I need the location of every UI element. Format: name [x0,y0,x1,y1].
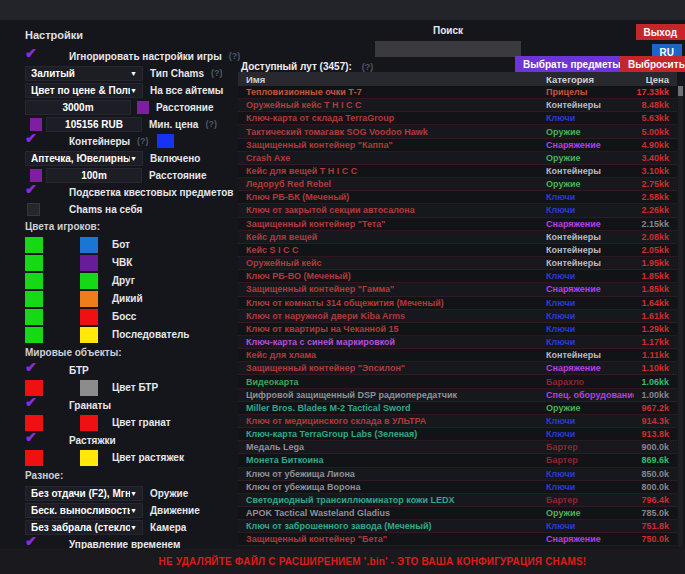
quest-highlight-checkbox[interactable]: ✔ [25,185,43,200]
column-header-category[interactable]: Категория [546,74,634,85]
loot-table-row[interactable]: Ключ от заброшенного завода (Меченый) Кл… [238,520,677,533]
column-header-name[interactable]: Имя [238,74,546,85]
help-hint[interactable]: (?) [137,136,149,146]
scrollbar-thumb[interactable] [678,86,683,96]
loot-table-row[interactable]: Ключ от убежища Лиона Ключи 850.0k [238,468,677,481]
btr-color-swatch-2[interactable] [80,380,98,396]
loot-table-row[interactable]: Ледоруб Red Rebel Оружие 2.75kk [238,178,677,191]
chams-color-swatch[interactable] [80,237,98,253]
chams-type-label: Тип Chams [150,68,204,79]
loot-table-row[interactable]: Оружейный кейс Контейнеры 1.95kk [238,257,677,270]
loot-table-row[interactable]: Тепловизионные очки Т-7 Прицелы 17.33kk [238,86,677,99]
help-hint[interactable]: (?) [362,62,374,72]
help-hint[interactable]: (?) [211,68,223,78]
loot-table-row[interactable]: Ключ-карта с синей маркировкой Ключи 1.1… [238,336,677,349]
loot-table-row[interactable]: Защищенный контейнер "Гамма" Снаряжение … [238,283,677,296]
item-name: Защищенный контейнер "Бета" [238,534,546,544]
visible-color-swatch[interactable] [25,291,43,307]
chams-type-select[interactable]: Залитый ▼ [25,66,143,81]
item-category: Ключи [546,192,634,202]
item-price: 1.10kk [634,363,677,373]
min-price-input[interactable]: 105156 RUB [46,117,142,132]
misc-title: Разное: [25,470,238,483]
exit-button[interactable]: Выход [636,24,685,40]
loot-table-row[interactable]: APOK Tactical Wasteland Gladius Оружие 7… [238,507,677,520]
item-category: Ключи [546,337,634,347]
loot-table-row[interactable]: Тактический томагавк SOG Voodoo Hawk Ору… [238,125,677,138]
weapon-label: Оружие [150,488,188,499]
loot-table-row[interactable]: Кейс для вещей Т Н I С С Контейнеры 3.10… [238,165,677,178]
min-price-color-swatch[interactable] [30,118,42,131]
containers-distance-color-swatch[interactable] [30,169,42,182]
visible-color-swatch[interactable] [25,309,43,325]
loot-table-row[interactable]: Ключ от наружной двери Kiba Arms Ключи 1… [238,310,677,323]
player-colors-list: Бот ЧВК Друг Дикий Б [25,236,238,343]
containers-filter-select[interactable]: Аптечка, Ювелирные и... ▼ [25,151,143,166]
table-scrollbar[interactable] [678,86,683,547]
camera-select[interactable]: Без забрала (стекло шлема) ▼ [25,520,143,535]
tripwires-checkbox[interactable]: ✔ [25,433,43,448]
loot-table-row[interactable]: Ключ-карта от склада TerraGroup Ключи 5.… [238,112,677,125]
movement-select[interactable]: Беск. выносливость и нет уста ▼ [25,503,143,518]
visible-color-swatch[interactable] [25,237,43,253]
loot-table-row[interactable]: Ключ от комнаты 314 общежития (Меченый) … [238,297,677,310]
loot-table-row[interactable]: Ключ от медицинского склада в УЛЬТРА Клю… [238,415,677,428]
weapon-select[interactable]: Без отдачи (F2), Мгновенное п ▼ [25,486,143,501]
loot-table-row[interactable]: Цифровой защищенный DSP радиопередатчик … [238,389,677,402]
distance-color-swatch[interactable] [137,101,149,114]
tripwire-color-swatch-1[interactable] [25,450,43,466]
item-name: Монета Биткоина [238,455,546,465]
chams-color-swatch[interactable] [80,291,98,307]
loot-table-row[interactable]: Оружейный кейс Т Н I С С Контейнеры 8.48… [238,99,677,112]
loot-table-row[interactable]: Ключ РБ-БК (Меченый) Ключи 2.58kk [238,191,677,204]
loot-table-row[interactable]: Защищенный контейнер "Эпсилон" Снаряжени… [238,362,677,375]
ignore-game-settings-checkbox[interactable]: ✔ [25,49,43,64]
loot-table-row[interactable]: Ключ-карта TerraGroup Labs (Зеленая) Клю… [238,428,677,441]
item-category: Оружие [546,179,634,189]
visible-color-swatch[interactable] [25,255,43,271]
loot-table-row[interactable]: Защищенный контейнер "Бета" Снаряжение 7… [238,533,677,546]
loot-table-row[interactable]: Ключ от убежища Ворона Ключи 800.0k [238,481,677,494]
loot-table-row[interactable]: Медаль Lega Бартер 900.0k [238,441,677,454]
tripwire-color-swatch-2[interactable] [80,450,98,466]
help-hint[interactable]: (?) [205,119,217,129]
containers-color-swatch[interactable] [157,134,174,148]
btr-row: ✔ БТР [25,362,238,378]
grenades-checkbox[interactable]: ✔ [25,398,43,413]
chams-color-swatch[interactable] [80,273,98,289]
chams-color-swatch[interactable] [80,255,98,271]
movement-label: Движение [150,505,200,516]
loot-table-row[interactable]: Видеокарта Барахло 1.06kk [238,375,677,388]
column-header-price[interactable]: Цена [634,74,677,85]
loot-table-row[interactable]: Защищенный контейнер "Каппа" Снаряжение … [238,139,677,152]
grenades-row: ✔ Гранаты [25,397,238,413]
loot-table-row[interactable]: Ключ от закрытой секции автосалона Ключи… [238,204,677,217]
loot-table-row[interactable]: Ключ от квартиры на Чеканной 15 Ключи 1.… [238,323,677,336]
grenade-color-swatch-2[interactable] [80,415,98,431]
distance-input[interactable]: 3000m [25,100,131,115]
item-price: 1.29kk [634,324,677,334]
loot-table-row[interactable]: Кейс для вещей Контейнеры 2.08kk [238,231,677,244]
loot-table-row[interactable]: Монета Биткоина Бартер 869.6k [238,454,677,467]
visible-color-swatch[interactable] [25,273,43,289]
loot-table-row[interactable]: Ключ РБ-ВО (Меченый) Ключи 1.85kk [238,270,677,283]
chams-color-swatch[interactable] [80,327,98,343]
loot-table-row[interactable]: Miller Bros. Blades M-2 Tactical Sword О… [238,402,677,415]
visible-color-swatch[interactable] [25,327,43,343]
loot-table-row[interactable]: Кейс S I C C Контейнеры 2.05kk [238,244,677,257]
loot-table-row[interactable]: Кейс для хлама Контейнеры 1.11kk [238,349,677,362]
chams-self-checkbox[interactable] [25,202,43,217]
containers-checkbox[interactable]: ✔ [25,134,43,149]
containers-filter-row: Аптечка, Ювелирные и... ▼ Включено [25,150,238,166]
loot-table-row[interactable]: Светодиодный трансиллюминатор кожи LEDX … [238,494,677,507]
search-input[interactable] [375,41,521,57]
chams-color-swatch[interactable] [80,309,98,325]
item-name: Ключ от убежища Лиона [238,469,546,479]
containers-distance-input[interactable]: 100m [46,168,142,183]
drop-all-button[interactable]: Выбросить все [620,56,685,72]
btr-checkbox[interactable]: ✔ [25,363,43,378]
loot-table-row[interactable]: Защищенный контейнер "Тета" Снаряжение 2… [238,218,677,231]
apply-mode-select[interactable]: Цвет по цене & Пользовательы ▼ [25,83,143,98]
loot-table-row[interactable]: Crash Axe Оружие 3.40kk [238,152,677,165]
item-category: Снаряжение [546,284,634,294]
